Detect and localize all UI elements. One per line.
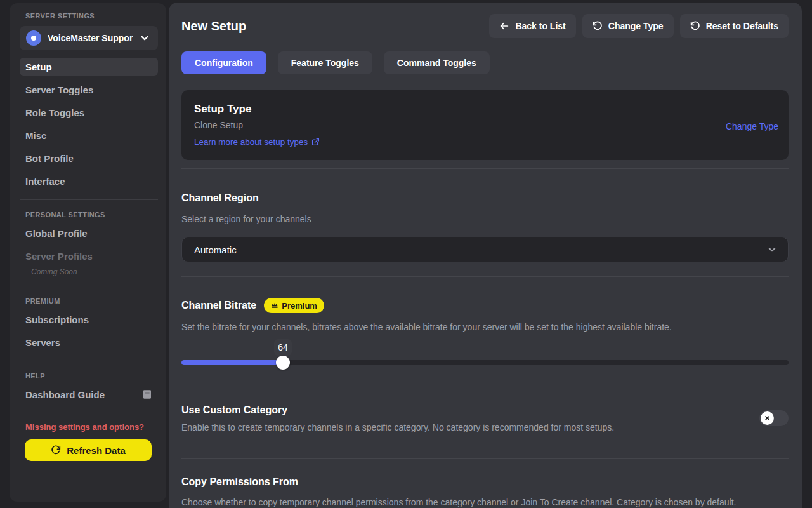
tab-bar: Configuration Feature Toggles Command To… [181,51,789,74]
premium-badge: Premium [264,298,324,313]
tab-configuration[interactable]: Configuration [181,51,266,74]
sidebar-item-bot-profile[interactable]: Bot Profile [20,149,158,167]
learn-more-link[interactable]: Learn more about setup types [194,137,320,147]
chevron-down-icon [139,32,150,44]
reset-to-defaults-button[interactable]: Reset to Defaults [680,14,789,38]
channel-bitrate-header: Channel Bitrate Premium [181,298,789,313]
setup-type-value: Clone Setup [194,120,776,130]
server-selector[interactable]: VoiceMaster Support [20,26,158,50]
bitrate-slider-fill [181,360,283,365]
divider [181,276,789,277]
server-settings-section-label: SERVER SETTINGS [25,12,158,20]
tab-command-toggles[interactable]: Command Toggles [384,51,490,74]
use-custom-category-toggle[interactable] [759,410,789,426]
server-avatar [26,30,41,46]
bitrate-slider-value: 64 [274,339,292,356]
divider [20,361,158,361]
back-to-list-button[interactable]: Back to List [489,14,575,38]
sidebar-item-global-profile[interactable]: Global Profile [20,224,158,242]
rotate-ccw-icon [593,21,603,31]
tab-feature-toggles[interactable]: Feature Toggles [278,51,372,74]
use-custom-category-text: Use Custom Category Enable this to creat… [181,404,759,433]
refresh-data-label: Refresh Data [67,445,126,456]
personal-settings-section-label: PERSONAL SETTINGS [25,211,158,218]
header-buttons: Back to List Change Type Reset to Defaul… [489,14,789,38]
main-panel: New Setup Back to List Change Type Reset… [169,3,802,508]
setup-type-card: Setup Type Clone Setup Learn more about … [181,90,789,160]
use-custom-category-description: Enable this to create temporary channels… [181,422,759,433]
learn-more-label: Learn more about setup types [194,137,308,147]
refresh-icon [51,445,61,455]
reset-to-defaults-label: Reset to Defaults [706,21,778,31]
chevron-down-icon [766,244,778,255]
use-custom-category-row: Use Custom Category Enable this to creat… [181,404,789,433]
card-change-type-link[interactable]: Change Type [726,121,778,131]
divider [181,458,789,459]
back-to-list-label: Back to List [515,21,565,31]
use-custom-category-title: Use Custom Category [181,404,759,417]
divider [20,286,158,286]
divider [20,413,158,413]
sidebar-item-servers[interactable]: Servers [20,333,158,351]
channel-bitrate-title: Channel Bitrate [181,299,256,312]
server-settings-nav: Setup Server Toggles Role Toggles Misc B… [10,58,166,190]
channel-region-selected-value: Automatic [194,244,237,255]
channel-bitrate-description: Set the bitrate for your channels, bitra… [181,321,789,333]
server-selector-value: VoiceMaster Support [48,33,133,43]
sidebar-item-subscriptions[interactable]: Subscriptions [20,311,158,328]
setup-type-title: Setup Type [194,103,776,116]
book-icon [142,389,152,399]
sidebar-item-server-toggles[interactable]: Server Toggles [20,81,158,98]
copy-permissions-description: Choose whether to copy temporary channel… [181,497,789,508]
x-icon [764,415,771,422]
sidebar-item-role-toggles[interactable]: Role Toggles [20,104,158,121]
help-section-label: HELP [25,372,158,380]
premium-section-label: PREMIUM [25,297,158,305]
bitrate-slider-thumb[interactable] [276,356,290,370]
bitrate-slider-track[interactable] [181,360,789,365]
sidebar-item-dashboard-guide[interactable]: Dashboard Guide [20,385,158,403]
missing-settings-note: Missing settings and options? [25,422,158,432]
change-type-label: Change Type [608,21,664,31]
sidebar-item-setup[interactable]: Setup [20,58,158,76]
sidebar-item-server-profiles: Server Profiles [20,247,158,265]
sidebar-item-interface[interactable]: Interface [20,172,158,190]
channel-region-select[interactable]: Automatic [181,237,789,262]
change-type-button[interactable]: Change Type [582,14,674,38]
arrow-left-icon [499,21,509,31]
divider [20,199,158,200]
refresh-data-button[interactable]: Refresh Data [25,439,152,461]
external-link-icon [311,138,320,146]
divider [181,387,789,387]
main-header: New Setup Back to List Change Type Reset… [169,3,802,38]
toggle-knob [761,411,774,425]
crown-icon [271,302,278,309]
sidebar-item-misc[interactable]: Misc [20,126,158,144]
rotate-ccw-icon [690,21,700,31]
channel-region-description: Select a region for your channels [181,213,789,225]
premium-badge-label: Premium [282,301,317,311]
sidebar: SERVER SETTINGS VoiceMaster Support Setu… [10,3,166,502]
channel-region-title: Channel Region [181,192,789,204]
divider [181,168,789,169]
coming-soon-note: Coming Soon [31,267,158,276]
copy-permissions-title: Copy Permissions From [181,476,789,488]
dashboard-guide-label: Dashboard Guide [25,389,105,400]
bitrate-slider[interactable]: 64 [181,339,789,365]
page-title: New Setup [181,19,246,34]
